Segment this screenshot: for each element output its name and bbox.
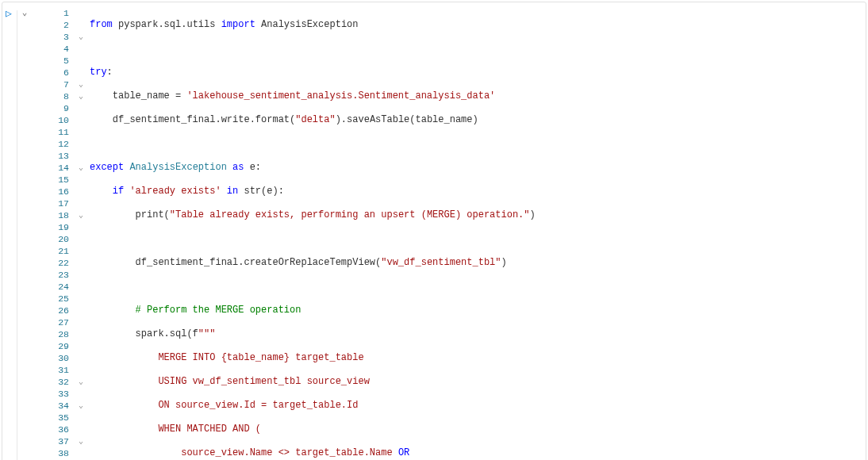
- line-number: 9: [48, 102, 69, 114]
- fold-marker: [75, 364, 86, 376]
- fold-marker: [75, 269, 86, 281]
- line-number: 4: [48, 43, 69, 55]
- line-number: 20: [48, 233, 69, 245]
- fold-marker: [75, 186, 86, 197]
- fold-marker: [75, 352, 86, 364]
- line-number: 24: [48, 281, 69, 293]
- fold-marker: [75, 328, 86, 340]
- line-number: 22: [48, 257, 69, 269]
- fold-marker[interactable]: ⌄: [75, 400, 86, 412]
- keyword-import: import: [221, 19, 255, 30]
- line-number: 37: [48, 435, 69, 447]
- fold-marker: [75, 150, 86, 162]
- line-number: 28: [48, 328, 69, 340]
- line-number: 16: [48, 186, 69, 197]
- run-cell-button[interactable]: ▷: [6, 7, 12, 20]
- fold-marker: [75, 126, 86, 138]
- line-number: 35: [48, 412, 69, 424]
- line-number: 30: [48, 352, 69, 364]
- fold-marker: [75, 233, 86, 245]
- fold-marker[interactable]: ⌄: [75, 209, 86, 221]
- keyword-from: from: [90, 19, 113, 30]
- line-number: 38: [48, 447, 69, 459]
- line-number: 10: [48, 114, 69, 126]
- fold-marker: [75, 424, 86, 435]
- line-number: 23: [48, 269, 69, 281]
- line-number: 21: [48, 245, 69, 257]
- gutter-divider: [17, 10, 17, 460]
- fold-marker: [75, 55, 86, 67]
- fold-marker: [75, 293, 86, 305]
- fold-marker[interactable]: ⌄: [75, 90, 86, 102]
- fold-marker: [75, 388, 86, 400]
- line-number: 29: [48, 340, 69, 352]
- fold-marker: [75, 102, 86, 114]
- line-number: 18: [48, 209, 69, 221]
- fold-marker: [75, 412, 86, 424]
- fold-marker: [75, 138, 86, 150]
- fold-marker: [75, 174, 86, 186]
- line-number: 36: [48, 424, 69, 435]
- comment-merge: # Perform the MERGE operation: [90, 305, 301, 316]
- line-number: 13: [48, 150, 69, 162]
- line-number: 6: [48, 67, 69, 79]
- line-number: 31: [48, 364, 69, 376]
- fold-marker[interactable]: ⌄: [75, 435, 86, 447]
- line-number: 26: [48, 305, 69, 316]
- fold-marker: [75, 7, 86, 19]
- fold-marker: [75, 257, 86, 269]
- line-number: 33: [48, 388, 69, 400]
- cell-menu-chevron[interactable]: ⌄: [22, 7, 28, 17]
- cell-gutter: ▷ ⌄: [2, 2, 47, 460]
- line-number: 11: [48, 126, 69, 138]
- line-number: 8: [48, 90, 69, 102]
- line-number: 7: [48, 79, 69, 90]
- line-number: 19: [48, 221, 69, 233]
- fold-gutter: ⌄⌄⌄⌄⌄⌄⌄⌄: [75, 2, 86, 460]
- code-content[interactable]: from pyspark.sql.utils import AnalysisEx…: [86, 2, 866, 460]
- line-number: 3: [48, 31, 69, 43]
- line-number: 2: [48, 19, 69, 31]
- fold-marker: [75, 197, 86, 209]
- line-number: 15: [48, 174, 69, 186]
- keyword-except: except: [90, 162, 124, 173]
- line-number-gutter: 1234567891011121314151617181920212223242…: [47, 2, 75, 460]
- line-number: 14: [48, 162, 69, 174]
- fold-marker: [75, 245, 86, 257]
- fold-marker: [75, 67, 86, 79]
- line-number: 34: [48, 400, 69, 412]
- fold-marker: [75, 221, 86, 233]
- fold-marker: [75, 447, 86, 459]
- fold-marker: [75, 316, 86, 328]
- keyword-try: try: [90, 67, 107, 78]
- fold-marker[interactable]: ⌄: [75, 162, 86, 174]
- fold-marker: [75, 281, 86, 293]
- fold-marker: [75, 19, 86, 31]
- fold-marker: [75, 114, 86, 126]
- line-number: 17: [48, 197, 69, 209]
- line-number: 25: [48, 293, 69, 305]
- line-number: 1: [48, 7, 69, 19]
- line-number: 12: [48, 138, 69, 150]
- fold-marker[interactable]: ⌄: [75, 31, 86, 43]
- fold-marker: [75, 43, 86, 55]
- fold-marker: [75, 305, 86, 316]
- fold-marker: [75, 340, 86, 352]
- fold-marker[interactable]: ⌄: [75, 79, 86, 90]
- fold-marker[interactable]: ⌄: [75, 376, 86, 388]
- line-number: 5: [48, 55, 69, 67]
- line-number: 32: [48, 376, 69, 388]
- code-cell: ▷ ⌄ 123456789101112131415161718192021222…: [2, 2, 866, 460]
- line-number: 27: [48, 316, 69, 328]
- code-area: 1234567891011121314151617181920212223242…: [47, 2, 866, 460]
